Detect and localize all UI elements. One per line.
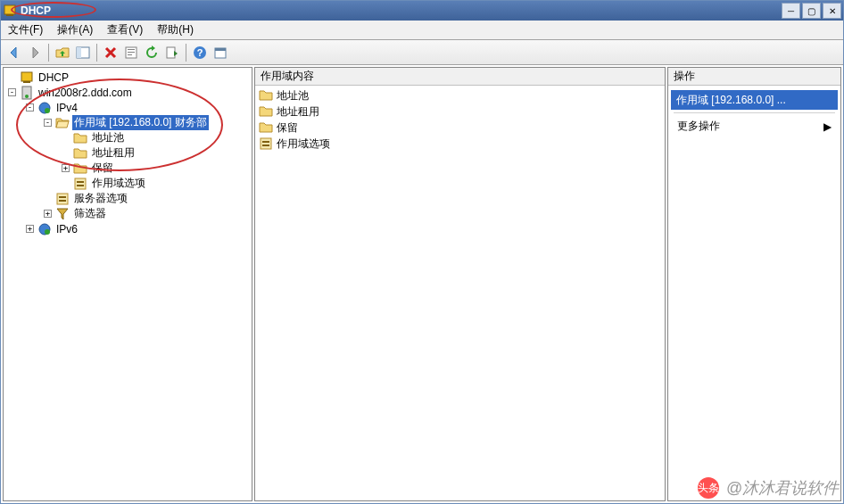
tree-scope[interactable]: - 作用域 [192.168.0.0] 财务部 xyxy=(4,115,252,130)
tree-pool[interactable]: 地址池 xyxy=(4,130,252,145)
properties-button[interactable] xyxy=(121,43,141,62)
action-more[interactable]: 更多操作 ▶ xyxy=(668,115,840,137)
export-button[interactable] xyxy=(162,43,182,62)
folder-icon xyxy=(259,120,273,135)
tree-server-options[interactable]: 服务器选项 xyxy=(4,191,252,206)
tree-ipv4[interactable]: - IPv4 xyxy=(4,100,252,115)
toolbar xyxy=(1,40,843,65)
calendar-icon xyxy=(213,45,228,60)
ipv6-icon xyxy=(37,222,52,236)
folder-open-icon xyxy=(55,116,70,130)
maximize-button[interactable]: ▢ xyxy=(802,3,821,19)
properties-icon xyxy=(124,45,138,60)
menu-action[interactable]: 操作(A) xyxy=(50,20,100,40)
dhcp-icon xyxy=(20,70,34,85)
menubar: 文件(F) 操作(A) 查看(V) 帮助(H) xyxy=(1,21,843,40)
delete-icon xyxy=(103,45,118,60)
list-item[interactable]: 作用域选项 xyxy=(255,136,665,152)
forward-button[interactable] xyxy=(25,43,45,62)
folder-icon xyxy=(259,104,273,119)
tree-scope-options[interactable]: 作用域选项 xyxy=(4,176,252,191)
folder-icon xyxy=(73,131,87,145)
view-button[interactable] xyxy=(211,43,230,62)
back-icon xyxy=(7,45,21,60)
help-icon xyxy=(193,45,207,60)
list-item[interactable]: 地址池 xyxy=(255,87,665,103)
tree-server[interactable]: - win2008r2.ddd.com xyxy=(4,85,252,100)
tree-leases[interactable]: 地址租用 xyxy=(4,145,252,161)
list-item[interactable]: 保留 xyxy=(255,120,665,136)
ipv4-icon xyxy=(37,101,52,115)
options-icon xyxy=(55,192,70,206)
tree-root[interactable]: DHCP xyxy=(4,70,252,85)
refresh-icon xyxy=(145,45,159,60)
export-icon xyxy=(165,45,179,60)
action-title: 作用域 [192.168.0.0] ... xyxy=(671,90,838,110)
action-panel: 操作 作用域 [192.168.0.0] ... 更多操作 ▶ xyxy=(667,67,841,501)
action-header: 操作 xyxy=(668,68,840,86)
menu-view[interactable]: 查看(V) xyxy=(100,20,150,40)
options-icon xyxy=(73,177,87,191)
folder-icon xyxy=(73,161,87,176)
menu-file[interactable]: 文件(F) xyxy=(1,20,50,40)
server-icon xyxy=(20,86,34,100)
folder-icon xyxy=(259,88,273,103)
menu-help[interactable]: 帮助(H) xyxy=(150,20,201,40)
chevron-right-icon: ▶ xyxy=(823,120,832,133)
tree-reservations[interactable]: + 保留 xyxy=(4,161,252,176)
back-button[interactable] xyxy=(4,43,24,62)
delete-button[interactable] xyxy=(101,43,120,62)
app-icon xyxy=(3,4,17,18)
list-panel: 作用域内容 地址池 地址租用 保留 作用域选项 xyxy=(254,67,666,501)
options-icon xyxy=(259,136,273,151)
close-button[interactable]: ✕ xyxy=(823,3,841,19)
showhide-icon xyxy=(76,45,90,60)
showhide-button[interactable] xyxy=(73,43,93,62)
list-item[interactable]: 地址租用 xyxy=(255,103,665,120)
forward-icon xyxy=(28,45,42,60)
up-button[interactable] xyxy=(53,43,72,62)
up-icon xyxy=(55,45,70,60)
tree-ipv6[interactable]: + IPv6 xyxy=(4,221,252,236)
tree-panel: DHCP - win2008r2.ddd.com - IPv4 - 作用域 [1… xyxy=(3,67,252,501)
refresh-button[interactable] xyxy=(142,43,161,62)
tree-filters[interactable]: + 筛选器 xyxy=(4,206,252,221)
folder-icon xyxy=(73,146,87,161)
minimize-button[interactable]: ─ xyxy=(782,3,800,19)
titlebar: DHCP ─ ▢ ✕ xyxy=(1,1,843,21)
list-header: 作用域内容 xyxy=(255,68,665,86)
filter-icon xyxy=(55,207,70,221)
help-button[interactable] xyxy=(190,43,210,62)
window-title: DHCP xyxy=(21,4,782,17)
